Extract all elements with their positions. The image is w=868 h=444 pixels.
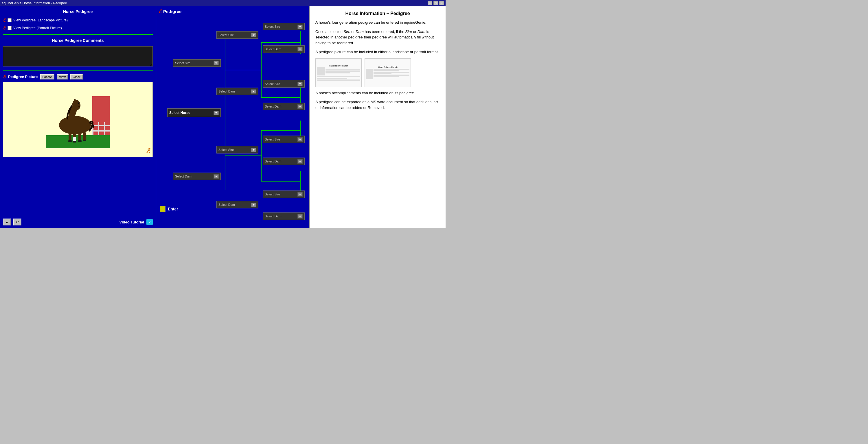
portrait-example: Make Believe Ranch	[365, 58, 411, 87]
minimize-button[interactable]: −	[428, 1, 432, 5]
select-dss[interactable]: Select Sire ▼	[263, 136, 305, 143]
landscape-checkbox[interactable]	[7, 18, 11, 22]
portrait-row: ℰ View Pedigree (Portrait Picture)	[3, 25, 153, 31]
landscape-label: View Pedigree (Landscape Picture)	[13, 18, 68, 22]
svg-rect-5	[92, 125, 110, 126]
left-panel: Horse Pedigree ℰ View Pedigree (Landscap…	[0, 6, 156, 228]
svg-point-11	[79, 103, 79, 103]
select-ssd[interactable]: Select Dam ▼	[263, 45, 305, 53]
select-ddd[interactable]: Select Dam ▼	[263, 212, 305, 220]
select-dsd[interactable]: Select Dam ▼	[263, 158, 305, 165]
pedigree-title-text: Pedigree	[163, 9, 181, 14]
svg-rect-21	[73, 137, 76, 141]
view-button[interactable]: View	[57, 74, 68, 79]
help-para-3: A pedigree picture can be included in ei…	[315, 49, 440, 55]
portrait-checkbox[interactable]	[7, 26, 11, 30]
portrait-label: View Pedigree (Portrait Picture)	[13, 26, 62, 30]
select-sss[interactable]: Select Sire ▼	[263, 23, 305, 30]
enter-row: Enter	[160, 206, 178, 212]
horse-icon-picture: ℰ	[3, 74, 6, 79]
clear-button[interactable]: Clear	[70, 74, 83, 79]
pedigree-picture-label: Pedigree Picture	[8, 75, 38, 79]
maximize-button[interactable]: □	[433, 1, 438, 5]
horse-icon-portrait: ℰ	[3, 25, 6, 31]
bottom-bar: ▲ ↩ Video Tutorial V	[3, 217, 153, 226]
select-dds[interactable]: Select Sire ▼	[263, 191, 305, 198]
enter-icon	[160, 206, 165, 212]
pedigree-picture-row: ℰ Pedigree Picture Locate View Clear	[3, 74, 153, 79]
comments-title: Horse Pedigree Comments	[3, 38, 153, 43]
equine-watermark: ℰ	[146, 147, 150, 155]
locate-button[interactable]: Locate	[40, 74, 54, 79]
title-bar: equineGenie Horse Information - Pedigree…	[0, 0, 445, 6]
select-ds[interactable]: Select Sire ▼	[216, 146, 258, 153]
pedigree-area: Select Sire ▼ Select Dam ▼ Select Sire ▼…	[159, 16, 306, 213]
pedigree-horse-icon: ℰ	[159, 9, 161, 14]
select-sd[interactable]: Select Dam ▼	[216, 88, 258, 95]
landscape-example: Make Believe Ranch	[315, 58, 362, 87]
enter-label: Enter	[168, 207, 178, 211]
horse-svg	[46, 88, 110, 151]
help-para-1: A horse's four generation pedigree can b…	[315, 20, 440, 26]
help-title: Horse Information – Pedigree	[315, 11, 440, 16]
svg-rect-20	[83, 140, 86, 141]
svg-rect-13	[69, 132, 71, 141]
window-controls: − □ ✕	[428, 1, 444, 5]
select-dam[interactable]: Select Dam ▼	[173, 173, 221, 180]
nav-undo-button[interactable]: ↩	[13, 218, 22, 226]
landscape-row: ℰ View Pedigree (Landscape Picture)	[3, 18, 153, 23]
select-ss[interactable]: Select Sire ▼	[216, 31, 258, 39]
pedigree-examples: Make Believe Ranch	[315, 58, 440, 87]
svg-rect-6	[92, 130, 110, 132]
video-tutorial-label: Video Tutorial	[120, 220, 144, 224]
help-para-4: A horse's accomplishments can be include…	[315, 90, 440, 96]
svg-point-8	[59, 116, 91, 134]
title-text: equineGenie Horse Information - Pedigree	[2, 1, 67, 5]
horse-icon-landscape: ℰ	[3, 18, 6, 23]
divider-2	[3, 70, 153, 71]
center-panel: ℰ Pedigree	[156, 6, 310, 228]
svg-rect-15	[79, 132, 81, 141]
svg-rect-18	[73, 141, 76, 142]
select-sire[interactable]: Select Sire ▼	[173, 59, 221, 67]
main-container: Horse Pedigree ℰ View Pedigree (Landscap…	[0, 6, 445, 228]
svg-rect-17	[68, 140, 72, 142]
vimeo-icon[interactable]: V	[146, 219, 153, 225]
svg-rect-16	[83, 132, 86, 140]
right-panel: Horse Information – Pedigree A horse's f…	[310, 6, 445, 228]
svg-rect-19	[78, 140, 82, 142]
svg-rect-7	[46, 135, 110, 148]
help-para-2: Once a selected Sire or Dam has been ent…	[315, 29, 440, 46]
select-horse[interactable]: Select Horse ▼	[167, 108, 221, 117]
close-button[interactable]: ✕	[439, 1, 444, 5]
select-sds[interactable]: Select Sire ▼	[263, 80, 305, 88]
svg-point-12	[79, 106, 80, 107]
divider-1	[3, 34, 153, 35]
pedigree-title: ℰ Pedigree	[159, 9, 307, 14]
nav-up-button[interactable]: ▲	[3, 218, 11, 226]
select-dd[interactable]: Select Dam ▼	[216, 201, 258, 208]
horse-image: ℰ	[3, 82, 153, 157]
help-para-5: A pedigree can be exported as a MS word …	[315, 99, 440, 110]
select-sdd[interactable]: Select Dam ▼	[263, 103, 305, 110]
horse-pedigree-title: Horse Pedigree	[3, 9, 153, 14]
comments-textarea[interactable]	[3, 46, 153, 67]
svg-point-10	[78, 103, 79, 104]
